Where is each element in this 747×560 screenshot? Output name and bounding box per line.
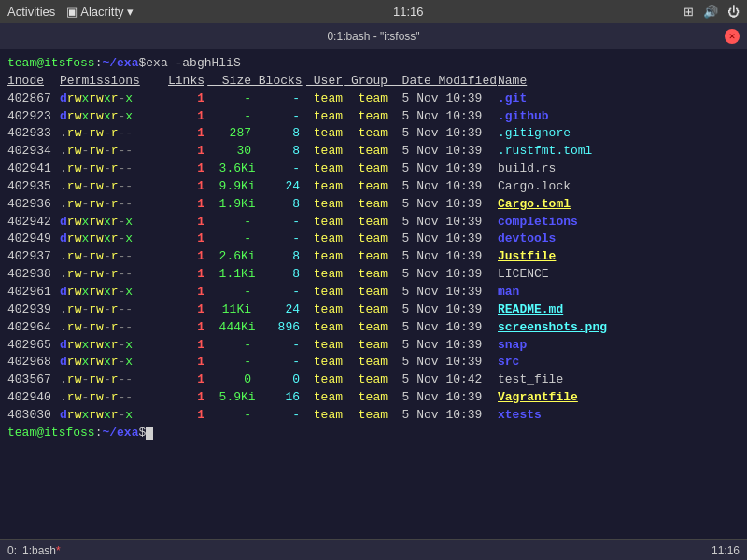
alacritty-menu[interactable]: ▣ Alacritty ▾ (66, 5, 133, 19)
close-button[interactable]: ✕ (725, 29, 740, 44)
system-bar-right: ⊞ 🔊 ⏻ (684, 5, 740, 19)
chevron-down-icon: ▾ (127, 5, 134, 19)
cursor (146, 427, 153, 440)
col-group: Group (343, 73, 388, 91)
tab-index: 0: (7, 544, 17, 557)
table-row: 402867drwxrwxr-x1 - - team team 5 Nov 10… (7, 91, 740, 108)
prompt-user: team (7, 55, 36, 73)
table-row: 402941.rw-rw-r--1 3.6Ki - team team 5 No… (7, 161, 740, 178)
table-row: 402949drwxrwxr-x1 - - team team 5 Nov 10… (7, 231, 740, 248)
table-row: 402935.rw-rw-r--1 9.9Ki 24 team team 5 N… (7, 178, 740, 196)
system-bar-left: Activities ▣ Alacritty ▾ (7, 5, 134, 19)
terminal-titlebar: 0:1:bash - "itsfoss" ✕ (0, 23, 747, 49)
table-row: 402964.rw-rw-r--1 444Ki 896 team team 5 … (7, 319, 740, 337)
terminal-statusbar: 0: 1:bash* 11:16 (0, 539, 747, 560)
col-date: Date Modified (388, 73, 498, 91)
table-row: 402937.rw-rw-r--1 2.6Ki 8 team team 5 No… (7, 248, 740, 266)
prompt-line-2: team@itsfoss:~/exa$ (7, 425, 740, 442)
col-links: Links (167, 73, 204, 91)
alacritty-icon: ▣ (66, 5, 78, 19)
table-row: 402968drwxrwxr-x1 - - team team 5 Nov 10… (7, 354, 740, 371)
table-row: 402940.rw-rw-r--1 5.9Ki 16 team team 5 N… (7, 389, 740, 407)
activities-label[interactable]: Activities (7, 5, 55, 19)
power-icon[interactable]: ⏻ (727, 5, 740, 19)
alacritty-label: Alacritty (80, 5, 123, 19)
terminal-content[interactable]: team@itsfoss:~/exa$ exa -abghHliS inode … (0, 49, 747, 539)
grid-icon[interactable]: ⊞ (684, 5, 694, 19)
table-row: 402936.rw-rw-r--1 1.9Ki 8 team team 5 No… (7, 196, 740, 214)
speaker-icon[interactable]: 🔊 (703, 5, 718, 19)
table-row: 402923drwxrwxr-x1 - - team team 5 Nov 10… (7, 108, 740, 126)
table-row: 402933.rw-rw-r--1 287 8 team team 5 Nov … (7, 125, 740, 143)
col-size: Size (204, 73, 251, 91)
table-row: 402938.rw-rw-r--1 1.1Ki 8 team team 5 No… (7, 266, 740, 284)
file-table: 402867drwxrwxr-x1 - - team team 5 Nov 10… (7, 91, 740, 425)
system-bar-clock: 11:16 (393, 5, 424, 19)
bottom-clock: 11:16 (712, 544, 740, 557)
command-line: team@itsfoss:~/exa$ exa -abghHliS (7, 55, 740, 73)
terminal-window: 0:1:bash - "itsfoss" ✕ team@itsfoss:~/ex… (0, 23, 747, 560)
table-row: 402942drwxrwxr-x1 - - team team 5 Nov 10… (7, 214, 740, 231)
col-name: Name (498, 73, 527, 91)
tab-bash[interactable]: 1:bash* (22, 544, 61, 557)
table-row: 402961drwxrwxr-x1 - - team team 5 Nov 10… (7, 284, 740, 301)
col-blocks: Blocks (251, 73, 300, 91)
col-user: User (300, 73, 343, 91)
bottom-left: 0: 1:bash* (7, 544, 61, 557)
table-row: 402965drwxrwxr-x1 - - team team 5 Nov 10… (7, 337, 740, 355)
terminal-title: 0:1:bash - "itsfoss" (22, 30, 725, 43)
table-row: 403030drwxrwxr-x1 - - team team 5 Nov 10… (7, 407, 740, 425)
system-bar: Activities ▣ Alacritty ▾ 11:16 ⊞ 🔊 ⏻ (0, 0, 747, 23)
table-header: inode Permissions Links Size Blocks User… (7, 73, 740, 91)
table-row: 402939.rw-rw-r--1 11Ki 24 team team 5 No… (7, 301, 740, 319)
table-row: 402934.rw-rw-r--1 30 8 team team 5 Nov 1… (7, 143, 740, 161)
col-permissions: Permissions (60, 73, 167, 91)
table-row: 403567.rw-rw-r--1 0 0 team team 5 Nov 10… (7, 371, 740, 389)
col-inode: inode (7, 73, 60, 91)
